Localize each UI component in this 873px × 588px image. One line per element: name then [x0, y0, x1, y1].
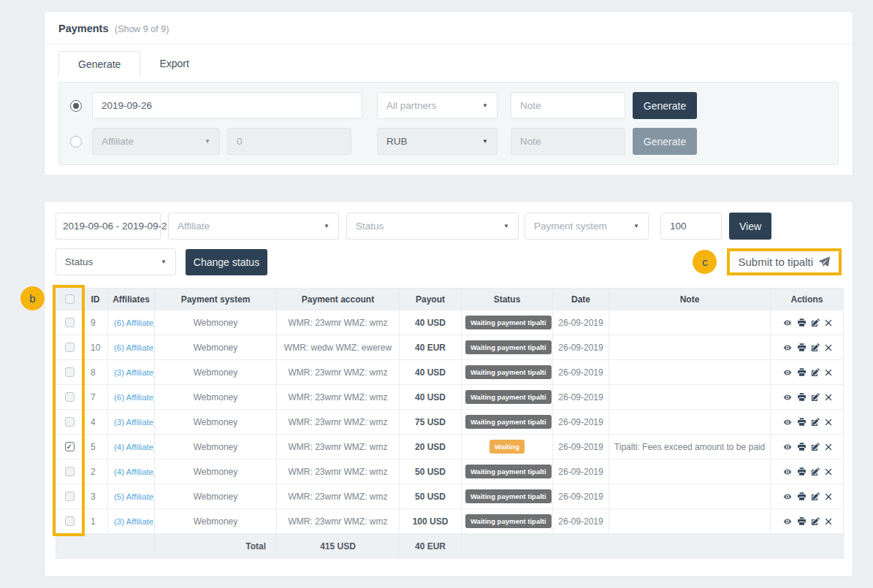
status-badge: Waiting payment tipalti: [465, 415, 552, 429]
cell-actions: [771, 459, 844, 484]
row-checkbox-cell: [56, 385, 83, 410]
view-icon[interactable]: [782, 443, 793, 451]
row-checkbox[interactable]: [65, 492, 75, 501]
cell-status: Waiting payment tipalti: [462, 385, 553, 410]
cell-payment-account: WMR: 23wmr WMZ: wmz: [277, 484, 400, 509]
row-checkbox[interactable]: [65, 318, 75, 327]
tab-export[interactable]: Export: [140, 51, 207, 77]
print-icon[interactable]: [797, 467, 807, 476]
table-row: ✓5(4) Affiliate_4WebmoneyWMR: 23wmr WMZ:…: [56, 435, 844, 459]
generate-by-affiliate-radio[interactable]: [70, 136, 82, 148]
row-actions: [774, 516, 839, 526]
affiliate-link[interactable]: (4) Affiliate_4: [114, 443, 155, 451]
print-icon[interactable]: [797, 318, 807, 327]
cell-status: Waiting payment tipalti: [462, 459, 553, 484]
row-checkbox[interactable]: [65, 392, 75, 402]
view-icon[interactable]: [782, 517, 793, 526]
edit-icon[interactable]: [811, 417, 820, 427]
affiliate-link[interactable]: (6) Affiliate_6: [114, 393, 155, 402]
view-icon[interactable]: [782, 492, 793, 501]
delete-icon[interactable]: [825, 369, 832, 376]
affiliate-link[interactable]: (5) Affiliate_5: [114, 492, 155, 501]
delete-icon[interactable]: [825, 518, 832, 525]
delete-icon[interactable]: [825, 493, 832, 500]
total-empty-cell: [462, 534, 844, 559]
affiliate-link[interactable]: (4) Affiliate_4: [114, 467, 155, 476]
view-icon[interactable]: [782, 418, 793, 427]
edit-icon[interactable]: [811, 343, 820, 352]
partners-select[interactable]: All partners ▼: [377, 92, 498, 119]
row-checkbox[interactable]: [65, 467, 75, 476]
submit-to-tipalti-link[interactable]: Submit to tipalti: [738, 256, 831, 268]
currency-select[interactable]: RUB ▼: [377, 128, 498, 155]
view-icon[interactable]: [782, 467, 793, 476]
generate-by-date-radio[interactable]: [70, 100, 82, 112]
generate-button-disabled[interactable]: Generate: [633, 128, 697, 155]
affiliate-link[interactable]: (6) Affiliate_6: [114, 343, 155, 352]
view-icon[interactable]: [782, 318, 793, 327]
edit-icon[interactable]: [811, 318, 820, 327]
panel-header: Payments (Show 9 of 9): [45, 12, 853, 45]
row-checkbox[interactable]: [65, 367, 75, 377]
delete-icon[interactable]: [825, 468, 832, 476]
status-badge: Waiting: [489, 440, 525, 454]
change-status-button[interactable]: Change status: [186, 249, 267, 275]
cell-date: 26-09-2019: [553, 385, 609, 410]
delete-icon[interactable]: [825, 394, 832, 401]
note-input-date[interactable]: Note: [511, 92, 625, 119]
delete-icon[interactable]: [825, 443, 832, 451]
affiliate-link[interactable]: (3) Affiliate_3: [114, 517, 155, 526]
delete-icon[interactable]: [825, 419, 832, 426]
edit-icon[interactable]: [811, 467, 820, 476]
note-input-affiliate[interactable]: Note: [511, 128, 625, 155]
affiliate-link[interactable]: (3) Affiliate_3: [114, 368, 155, 377]
affiliate-link[interactable]: (6) Affiliate_6: [114, 318, 155, 327]
cell-date: 26-09-2019: [553, 509, 609, 534]
delete-icon[interactable]: [825, 344, 832, 351]
limit-input[interactable]: 100: [660, 213, 722, 240]
payments-table: ID Affiliates Payment system Payment acc…: [56, 288, 844, 559]
generate-date-input[interactable]: 2019-09-26: [92, 92, 362, 119]
status-filter-select[interactable]: Status ▼: [346, 213, 519, 240]
generate-button[interactable]: Generate: [633, 92, 697, 119]
edit-icon[interactable]: [811, 392, 820, 402]
print-icon[interactable]: [797, 392, 807, 402]
row-checkbox-cell: [56, 360, 83, 385]
bulk-status-select[interactable]: Status ▼: [56, 248, 176, 275]
row-checkbox[interactable]: [65, 343, 75, 352]
print-icon[interactable]: [797, 417, 807, 427]
row-actions: [774, 417, 839, 427]
row-checkbox[interactable]: [65, 417, 75, 427]
row-checkbox[interactable]: [65, 516, 75, 526]
print-icon[interactable]: [797, 492, 807, 501]
row-actions: [774, 392, 839, 402]
edit-icon[interactable]: [811, 367, 820, 377]
select-all-checkbox[interactable]: [65, 294, 75, 304]
view-icon[interactable]: [782, 368, 793, 377]
view-button[interactable]: View: [729, 213, 771, 240]
payment-system-filter-select[interactable]: Payment system ▼: [525, 213, 649, 240]
affiliate-filter-select[interactable]: Affiliate ▼: [168, 213, 339, 240]
edit-icon[interactable]: [811, 442, 820, 451]
cell-note: [609, 310, 771, 335]
tab-generate[interactable]: Generate: [58, 51, 140, 77]
delete-icon[interactable]: [825, 319, 832, 327]
affiliate-select-disabled[interactable]: Affiliate ▼: [92, 128, 220, 155]
cell-date: 26-09-2019: [553, 360, 609, 385]
amount-value: 0: [237, 136, 243, 147]
view-icon[interactable]: [782, 343, 793, 352]
print-icon[interactable]: [797, 367, 807, 377]
date-range-input[interactable]: 2019-09-06 - 2019-09-2: [56, 213, 161, 240]
row-checkbox[interactable]: ✓: [65, 442, 75, 451]
print-icon[interactable]: [797, 442, 807, 451]
print-icon[interactable]: [797, 343, 807, 352]
affiliate-link[interactable]: (3) Affiliate_3: [114, 418, 155, 427]
cell-payout: 75 USD: [400, 410, 462, 435]
print-icon[interactable]: [797, 516, 807, 526]
edit-icon[interactable]: [811, 516, 820, 526]
view-icon[interactable]: [782, 393, 793, 402]
cell-payment-account: WMR: 23wmr WMZ: wmz: [277, 310, 400, 335]
amount-input[interactable]: 0: [227, 128, 351, 155]
chevron-down-icon: ▼: [482, 138, 488, 145]
edit-icon[interactable]: [811, 492, 820, 501]
